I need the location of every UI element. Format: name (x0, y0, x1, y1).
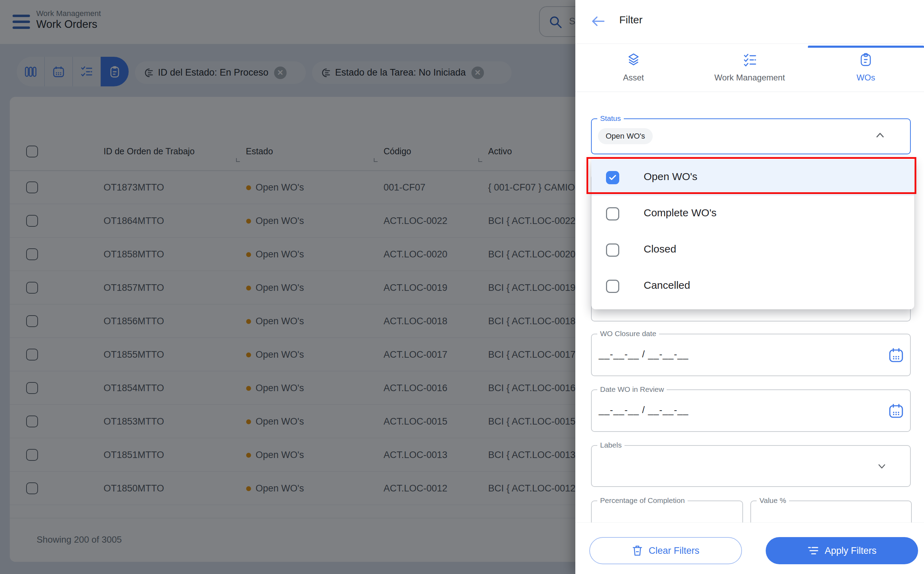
status-selected-chip[interactable]: Open WO's (598, 128, 653, 144)
clear-filters-button[interactable]: Clear Filters (589, 537, 742, 564)
tab-asset[interactable]: Asset (575, 44, 691, 91)
checkbox-unchecked-icon[interactable] (606, 280, 619, 293)
calendar-icon[interactable] (888, 347, 905, 365)
chevron-down-icon[interactable] (877, 462, 887, 472)
status-dropdown-menu: Open WO's Complete WO's Closed Cancelled (591, 158, 914, 309)
trash-icon (632, 545, 643, 557)
clipboard-icon (858, 52, 873, 67)
filter-lines-icon (807, 546, 819, 556)
option-cancelled[interactable]: Cancelled (591, 268, 914, 304)
status-field-label: Status (597, 114, 624, 123)
calendar-icon[interactable] (888, 403, 905, 421)
apply-filters-button[interactable]: Apply Filters (766, 537, 918, 564)
option-open-wos[interactable]: Open WO's (591, 159, 914, 196)
tab-label: Asset (623, 73, 644, 82)
checkbox-unchecked-icon[interactable] (606, 243, 619, 257)
option-complete-wos[interactable]: Complete WO's (591, 196, 914, 232)
layers-icon (626, 52, 641, 67)
tab-wos[interactable]: WOs (808, 44, 924, 91)
tab-label: Work Management (714, 73, 785, 82)
tab-label: WOs (857, 73, 875, 82)
work-orders-page: Work Management Work Orders Se (0, 0, 575, 574)
date-range-placeholder[interactable]: __-__-__ / __-__-__ (599, 349, 689, 360)
option-closed[interactable]: Closed (591, 232, 914, 268)
date-wo-in-review-field[interactable]: Date WO in Review __-__-__ / __-__-__ (591, 390, 911, 432)
back-arrow-icon[interactable] (590, 15, 606, 29)
filter-panel-header: Filter (575, 0, 924, 44)
labels-select[interactable]: Labels (591, 445, 911, 487)
filter-panel: Filter Asset Work Ma (575, 0, 924, 574)
filter-panel-footer: Clear Filters Apply Filters (575, 522, 924, 574)
checklist-icon (742, 52, 757, 67)
wo-closure-date-field[interactable]: WO Closure date __-__-__ / __-__-__ (591, 334, 911, 376)
active-tab-indicator (808, 46, 924, 48)
chevron-up-icon[interactable] (875, 131, 886, 141)
filter-tabs: Asset Work Management (575, 44, 924, 92)
checkbox-unchecked-icon[interactable] (606, 207, 619, 221)
modal-scrim[interactable] (0, 0, 575, 574)
tab-work-management[interactable]: Work Management (691, 44, 807, 91)
date-range-placeholder[interactable]: __-__-__ / __-__-__ (599, 405, 689, 416)
status-select[interactable]: Status Open WO's (591, 118, 911, 154)
checkbox-checked-icon[interactable] (606, 171, 619, 184)
filter-panel-title: Filter (619, 14, 642, 26)
